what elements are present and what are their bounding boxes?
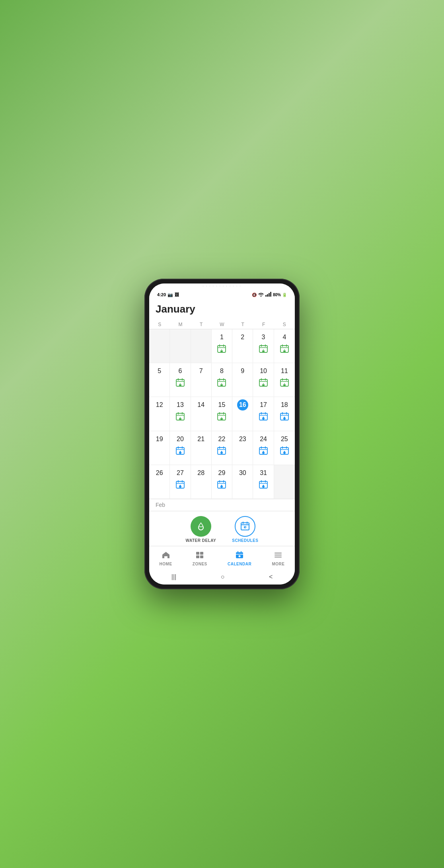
nav-more[interactable]: MORE <box>267 549 289 568</box>
calendar-cell[interactable]: 25 <box>274 431 295 465</box>
nav-home[interactable]: HOME <box>155 549 177 568</box>
calendar-cell[interactable]: 17 <box>253 397 274 431</box>
date-number: 6 <box>175 366 186 377</box>
calendar-cell <box>149 329 170 363</box>
date-number: 22 <box>216 434 227 445</box>
date-number: 19 <box>154 434 165 445</box>
svg-rect-1 <box>267 294 268 297</box>
water-delay-fab[interactable]: WATER DELAY <box>186 516 216 543</box>
date-number: 4 <box>279 332 290 343</box>
calendar-cell[interactable]: 24 <box>253 431 274 465</box>
svg-point-99 <box>239 555 241 557</box>
svg-rect-2 <box>269 293 270 297</box>
calendar-cell[interactable]: 19 <box>149 431 170 465</box>
time: 4:20 <box>157 292 166 297</box>
date-number: 15 <box>216 399 227 411</box>
nav-more-label: MORE <box>272 562 284 566</box>
sys-home[interactable]: ○ <box>221 573 225 581</box>
calendar-cell[interactable]: 27 <box>170 465 191 499</box>
date-number: 8 <box>216 366 227 377</box>
schedules-fab[interactable]: SCHEDULES <box>232 516 258 543</box>
calendar-cell[interactable]: 26 <box>149 465 170 499</box>
calendar-cell[interactable]: 13 <box>170 397 191 431</box>
calendar-cell[interactable]: 5 <box>149 363 170 397</box>
nav-zones[interactable]: ZONES <box>188 549 212 568</box>
calendar-cell[interactable]: 14 <box>191 397 212 431</box>
calendar-cell[interactable]: 22 <box>212 431 232 465</box>
svg-rect-91 <box>196 552 199 555</box>
date-number: 11 <box>279 366 290 377</box>
calendar-cell[interactable]: 18 <box>274 397 295 431</box>
calendar-cell[interactable]: 4 <box>274 329 295 363</box>
calendar-cell[interactable]: 8 <box>212 363 232 397</box>
no-water-icon <box>175 378 185 389</box>
signal-icon <box>265 292 272 297</box>
calendar-cell[interactable]: 9 <box>232 363 253 397</box>
day-mon: M <box>170 320 191 329</box>
water-icon <box>217 480 226 491</box>
calendar-cell[interactable]: 10 <box>253 363 274 397</box>
calendar-cell[interactable]: 1 <box>212 329 232 363</box>
water-icon <box>217 446 226 457</box>
content-area: January S M T W T F S 1 23 4 <box>149 299 295 511</box>
calendar-cell[interactable]: 12 <box>149 397 170 431</box>
no-water-icon <box>280 344 289 356</box>
calendar-cell[interactable]: 3 <box>253 329 274 363</box>
schedules-button[interactable] <box>235 516 255 537</box>
date-number: 2 <box>237 332 248 343</box>
mute-icon: 🔇 <box>252 293 257 297</box>
no-water-icon <box>217 378 226 389</box>
system-nav: ||| ○ < <box>149 570 295 585</box>
day-fri: F <box>253 320 274 329</box>
calendar-cell[interactable]: 20 <box>170 431 191 465</box>
date-number: 30 <box>237 467 248 479</box>
home-icon <box>162 551 170 561</box>
calendar-cell[interactable]: 31 <box>253 465 274 499</box>
water-delay-button[interactable] <box>191 516 211 537</box>
more-icon <box>274 551 282 561</box>
date-number: 29 <box>216 467 227 479</box>
no-water-icon <box>259 344 268 356</box>
nav-home-label: HOME <box>160 562 172 566</box>
notch: · · · · · · · · · · · · <box>149 283 295 289</box>
date-number: 14 <box>195 399 206 411</box>
calendar-cell[interactable]: 15 <box>212 397 232 431</box>
day-sun: S <box>149 320 170 329</box>
calendar-header: January <box>149 299 295 320</box>
battery-icon: 🔋 <box>282 293 287 297</box>
day-tue: T <box>191 320 212 329</box>
date-number: 28 <box>195 467 206 479</box>
date-number: 31 <box>258 467 269 479</box>
sys-bars[interactable]: ||| <box>171 573 176 581</box>
calendar-cell[interactable]: 7 <box>191 363 212 397</box>
battery: 80% <box>273 293 281 297</box>
svg-rect-0 <box>265 295 267 297</box>
water-icon <box>280 446 289 457</box>
calendar-cell[interactable]: 6 <box>170 363 191 397</box>
date-number: 3 <box>258 332 269 343</box>
nav-calendar[interactable]: CALENDAR <box>223 549 256 568</box>
date-number: 23 <box>237 434 248 445</box>
camera-icon: 📷 <box>167 292 173 297</box>
svg-rect-93 <box>196 555 199 558</box>
calendar-cell[interactable]: 23 <box>232 431 253 465</box>
date-number: 1 <box>216 332 227 343</box>
date-number: 7 <box>195 366 206 377</box>
bottom-nav: HOME ZONES <box>149 546 295 570</box>
calendar-cell[interactable]: 16 <box>232 397 253 431</box>
date-number: 21 <box>195 434 206 445</box>
date-number: 5 <box>154 366 165 377</box>
schedules-label: SCHEDULES <box>232 538 258 543</box>
svg-rect-92 <box>200 552 203 555</box>
calendar-cell[interactable]: 29 <box>212 465 232 499</box>
calendar-cell[interactable]: 11 <box>274 363 295 397</box>
calendar-cell[interactable]: 30 <box>232 465 253 499</box>
date-number: 10 <box>258 366 269 377</box>
calendar-cell[interactable]: 28 <box>191 465 212 499</box>
svg-rect-3 <box>270 292 271 297</box>
zones-icon <box>195 551 204 561</box>
month-title: January <box>156 303 288 315</box>
calendar-cell[interactable]: 2 <box>232 329 253 363</box>
calendar-cell[interactable]: 21 <box>191 431 212 465</box>
sys-back[interactable]: < <box>269 573 273 581</box>
